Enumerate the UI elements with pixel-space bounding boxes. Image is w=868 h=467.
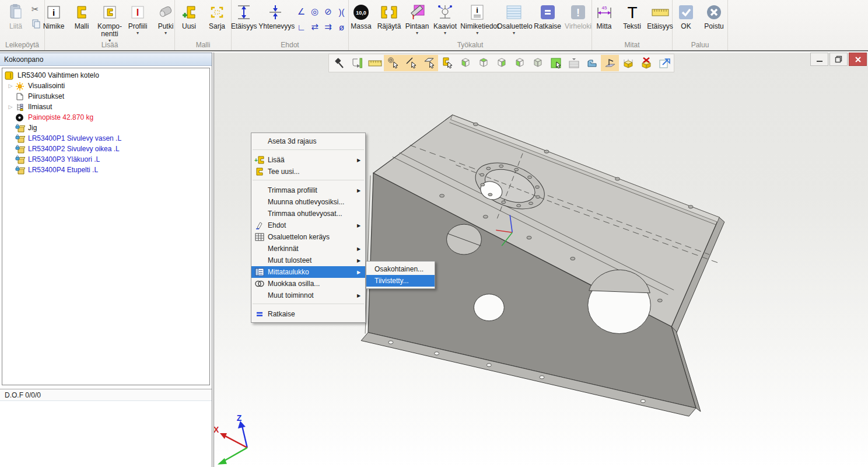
symmetry-constraint-icon[interactable]: )( xyxy=(335,4,348,19)
menu-item[interactable]: Osaluettelon keräys xyxy=(251,231,365,243)
dimension-icon: 45 xyxy=(595,3,614,22)
hide-box-icon[interactable] xyxy=(637,55,655,71)
sarja-button[interactable]: Sarja xyxy=(205,2,229,32)
view-top-icon[interactable] xyxy=(474,55,492,71)
explode-icon xyxy=(380,3,398,22)
putki-button[interactable]: Putki ▾ xyxy=(153,2,178,36)
solve-icon xyxy=(251,309,268,319)
menu-item[interactable]: Tee uusi... xyxy=(251,166,365,177)
snap-face-icon[interactable] xyxy=(420,55,438,71)
profiili-button[interactable]: I Profiili ▾ xyxy=(125,2,150,36)
menu-item[interactable]: Muut tulosteet▶ xyxy=(251,255,365,266)
svg-text:!: ! xyxy=(576,7,580,19)
nimike-button[interactable]: i Nimike xyxy=(41,2,66,32)
menu-item[interactable]: Mittataulukko▶ xyxy=(251,266,365,278)
features-icon xyxy=(15,103,26,111)
menu-item[interactable]: Merkinnät▶ xyxy=(251,243,365,255)
snap-edge-icon[interactable] xyxy=(402,55,420,71)
show-box-icon[interactable] xyxy=(619,55,637,71)
menu-item[interactable]: Trimmaa profiilit▶ xyxy=(251,184,365,196)
virheloki-button[interactable]: ! Virheloki xyxy=(565,2,592,32)
tree-expand-icon[interactable]: ▷ xyxy=(6,104,15,110)
etaisyys-mitta-button[interactable]: Etäisyys xyxy=(648,2,673,32)
menu-item[interactable]: +Lisää▶ xyxy=(251,154,365,166)
ratkaise-button[interactable]: Ratkaise xyxy=(534,2,561,32)
nimiketiedot-button[interactable]: i Nimiketiedot ▾ xyxy=(461,2,494,36)
snap-point-icon[interactable] xyxy=(384,55,402,71)
tree-item[interactable]: LR53400P4 Etupelti .L xyxy=(2,165,209,175)
tree-item[interactable]: Piirustukset xyxy=(2,91,209,102)
view-list-icon[interactable] xyxy=(565,55,583,71)
menu-item-label: Osaluettelon keräys xyxy=(268,233,357,241)
select-component-icon[interactable] xyxy=(438,55,456,71)
submenu-item[interactable]: Osakohtainen... xyxy=(366,263,435,275)
angle-constraint-icon[interactable]: ∠ xyxy=(295,4,308,19)
tree-item[interactable]: Painopiste 42.870 kg xyxy=(2,112,209,123)
equal-constraint-icon[interactable]: ⇄ xyxy=(308,19,321,34)
restore-button[interactable] xyxy=(830,53,848,66)
step-model-icon[interactable] xyxy=(583,55,601,71)
tree-item[interactable]: LR53400P1 Sivulevy vasen .L xyxy=(2,133,209,144)
pintaan-button[interactable]: I Pintaan ▾ xyxy=(405,2,429,36)
item-data-icon: i xyxy=(470,3,484,22)
massa-button[interactable]: 10,0 Massa xyxy=(349,2,373,32)
mass-icon xyxy=(15,113,26,122)
malli-button[interactable]: Malli xyxy=(69,2,94,32)
tree-item[interactable]: Jig xyxy=(2,123,209,133)
view-left-icon[interactable] xyxy=(492,55,510,71)
tree-item-label: LR53400P4 Etupelti .L xyxy=(28,166,98,174)
rajayta-button[interactable]: Räjäytä xyxy=(377,2,401,32)
ruler-icon[interactable] xyxy=(366,55,384,71)
teksti-button[interactable]: T Teksti xyxy=(620,2,645,32)
submenu-item[interactable]: Tiivistetty... xyxy=(366,275,435,287)
view-front-icon[interactable] xyxy=(456,55,474,71)
distance-constraint-button[interactable]: Etäisyys xyxy=(232,2,257,32)
close-button[interactable] xyxy=(849,53,867,66)
new-component-icon xyxy=(251,167,268,176)
viewport-toolbar xyxy=(328,54,674,72)
measure-edge-icon[interactable] xyxy=(348,55,366,71)
drawing-icon xyxy=(15,92,26,101)
coincident-constraint-button[interactable]: Yhtenevyys xyxy=(260,2,291,32)
copy-icon[interactable] xyxy=(32,19,41,30)
menu-item[interactable]: Trimmaa ohutlevyosat... xyxy=(251,208,365,219)
menu-item-label: Trimmaa profiilit xyxy=(268,186,357,194)
tree-item[interactable]: LR53400P3 Yläkuori .L xyxy=(2,154,209,165)
view-shaded-icon[interactable] xyxy=(528,55,547,71)
kaaviot-button[interactable]: Kaaviot ▾ xyxy=(433,2,457,36)
section-plane-icon[interactable] xyxy=(601,55,619,71)
tree-expand-icon[interactable]: ▷ xyxy=(6,83,15,89)
tree-item[interactable]: ▷Visualisointi xyxy=(2,81,209,91)
bottom-pane xyxy=(0,401,212,467)
pick-view-icon[interactable] xyxy=(547,55,565,71)
export-view-icon[interactable] xyxy=(655,55,673,71)
osaluettelo-button[interactable]: Osaluettelo ▾ xyxy=(498,2,531,36)
menu-item[interactable]: Aseta 3d rajaus xyxy=(251,135,365,147)
parallel-constraint-icon[interactable]: ⇉ xyxy=(321,19,335,34)
mitta-button[interactable]: 45 Mitta xyxy=(592,2,617,32)
tree-item[interactable]: LR53400 Vaihtimen kotelo xyxy=(2,70,209,81)
menu-item[interactable]: Muunna ohutlevyosiksi... xyxy=(251,196,365,208)
concentric-constraint-icon[interactable]: ◎ xyxy=(308,4,321,19)
ribbon-group-dimensions: 45 Mitta T Teksti Etäisyys Mitat xyxy=(592,0,673,50)
uusi-button[interactable]: Uusi xyxy=(177,2,201,32)
tree-item-label: Jig xyxy=(28,124,37,132)
tree-item[interactable]: ▷Ilmiasut xyxy=(2,102,209,112)
tangent-constraint-icon[interactable]: ⊘ xyxy=(321,4,335,19)
ok-button[interactable]: OK xyxy=(674,2,698,32)
perpendicular-constraint-icon[interactable]: ∟ xyxy=(295,19,308,34)
view-right-icon[interactable] xyxy=(510,55,528,71)
menu-item[interactable]: Ehdot▶ xyxy=(251,219,365,231)
menu-item[interactable]: Muokkaa osilla... xyxy=(251,278,365,290)
pin-icon[interactable] xyxy=(330,55,348,71)
poistu-button[interactable]: Poistu xyxy=(702,2,726,32)
menu-item-label: Merkinnät xyxy=(268,245,357,253)
komponentti-button[interactable]: Kompo­nentti ▾ xyxy=(97,2,122,44)
antitangent-constraint-icon[interactable]: ø xyxy=(335,19,348,34)
cut-icon[interactable]: ✂ xyxy=(32,4,41,15)
menu-item[interactable]: Ratkaise xyxy=(251,308,365,320)
paste-button[interactable]: Liitä xyxy=(4,2,28,32)
menu-item[interactable]: Muut toiminnot▶ xyxy=(251,290,365,301)
tree-item[interactable]: LR53400P2 Sivulevy oikea .L xyxy=(2,144,209,154)
minimize-button[interactable] xyxy=(810,53,828,66)
